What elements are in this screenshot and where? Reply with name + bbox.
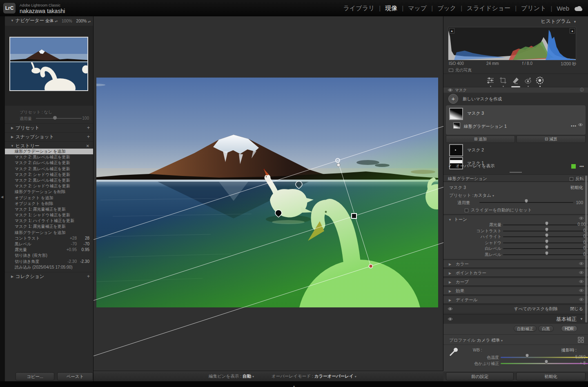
profile-browser-icon[interactable]	[578, 337, 584, 343]
clear-history-icon[interactable]: ✕	[86, 144, 89, 148]
module-tab[interactable]: プリント	[510, 4, 546, 12]
invert-checkbox[interactable]: 反転	[570, 176, 584, 182]
module-tab[interactable]: ブック	[427, 4, 456, 12]
zoom-200-button[interactable]: 200% ▴▾	[76, 19, 91, 23]
eye-icon[interactable]	[579, 289, 584, 292]
module-tab[interactable]: スライドショー	[456, 4, 510, 12]
filmstrip-toggle-bar[interactable]: ▲	[0, 381, 588, 387]
overlay-options-icon[interactable]: •••	[579, 164, 584, 169]
overlay-color-swatch[interactable]	[571, 164, 576, 169]
reset-button[interactable]: 初期化	[516, 372, 586, 380]
add-preset-icon[interactable]: +	[87, 125, 90, 131]
temp-slider[interactable]	[501, 357, 588, 358]
more-options-icon[interactable]: •••	[571, 123, 577, 128]
collapsed-section-header[interactable]: ▶ カーブ	[443, 278, 588, 286]
tone-section-header[interactable]: ▼トーン	[448, 217, 467, 222]
mask3-group-selected[interactable]: マスク 3 線形グラデーション 1 •••	[446, 105, 586, 135]
crop-tool[interactable]	[499, 76, 508, 85]
left-panel-gutter[interactable]: ◀	[0, 16, 5, 381]
history-item[interactable]: マスク 2: シャドウ補正を更新	[5, 183, 93, 189]
eye-icon[interactable]	[579, 280, 584, 283]
collapsed-section-header[interactable]: ▶ ディテール	[443, 296, 588, 304]
history-item[interactable]: マスク 2: 黒レベル補正を更新	[5, 178, 93, 183]
healing-tool[interactable]	[511, 76, 520, 85]
eye-icon[interactable]	[448, 88, 453, 92]
auto-tone-button[interactable]: 自動補正	[514, 325, 537, 332]
collapsed-section-header[interactable]: ▶ カラー	[443, 260, 588, 268]
right-panel-scrollbar[interactable]	[585, 176, 587, 322]
eye-icon[interactable]	[448, 317, 453, 321]
create-mask-row[interactable]: + 新しいマスクを作成	[443, 93, 588, 105]
tint-slider[interactable]	[501, 363, 588, 364]
mask-panel-header[interactable]: マスク ⓘ	[443, 87, 588, 93]
mask-subtract-button[interactable]: ⊟ 減算	[517, 136, 586, 143]
show-overlay-row[interactable]: ✓ オーバーレイを表示 •••	[448, 163, 583, 170]
red-eye-tool[interactable]	[523, 76, 532, 85]
history-item[interactable]: 線形グラデーション を追加	[5, 230, 93, 236]
history-item[interactable]: 切り抜き角度 -2.30 -2.30	[5, 259, 93, 265]
module-tab[interactable]: 現像	[374, 4, 397, 12]
close-masks-button[interactable]: 閉じる	[570, 306, 583, 312]
paste-button[interactable]: ペースト	[57, 372, 93, 380]
profile-value-dropdown[interactable]: カメラ 標準 ▾	[477, 338, 503, 343]
zoom-fit-button[interactable]: 全体 ▴▾	[45, 18, 58, 24]
history-item[interactable]: 黒レベル -70 -70	[5, 241, 93, 247]
preset-value-dropdown[interactable]: カスタム ▾	[474, 193, 494, 198]
navigator-preview-image[interactable]	[9, 37, 88, 91]
tint-value[interactable]: + 8	[580, 361, 586, 365]
delete-all-masks-button[interactable]: すべてのマスクを削除	[514, 306, 558, 312]
history-item[interactable]: マスク 2: シャドウ補正を更新	[5, 172, 93, 178]
highlight-clipping-indicator[interactable]: ▲	[570, 28, 575, 33]
add-collection-icon[interactable]: +	[87, 274, 90, 279]
amount-slider-thumb[interactable]	[53, 116, 57, 120]
mask-add-button[interactable]: ⊞ 追加	[446, 136, 515, 143]
basic-panel-header[interactable]: 基本補正 ▼	[443, 314, 588, 323]
histogram-panel-header[interactable]: ヒストグラム▼	[541, 18, 577, 25]
eye-icon[interactable]	[578, 123, 583, 127]
zoom-100-button[interactable]: 100%	[62, 19, 72, 23]
mask2-row[interactable]: マスク 2	[446, 144, 586, 157]
panel-drag-handle[interactable]	[511, 86, 520, 87]
edit-sliders-tool[interactable]	[486, 76, 495, 85]
photo-canvas[interactable]	[94, 16, 444, 371]
history-item[interactable]: オブジェクト を削除	[5, 201, 93, 207]
auto-reset-checkbox[interactable]: スライダーを自動的にリセット	[465, 207, 532, 213]
history-item[interactable]: マスク 2: 黒レベル補正を更新	[5, 166, 93, 172]
wb-eyedropper-icon[interactable]	[448, 347, 459, 357]
mask3-thumbnail[interactable]	[449, 108, 463, 120]
overlay-mode-control[interactable]: オーバーレイモード : カラーオーバーレイ ▾	[272, 374, 356, 379]
history-item[interactable]: コントラスト +28 28	[5, 236, 93, 241]
mask2-thumbnail[interactable]	[449, 144, 463, 156]
history-item[interactable]: マスク 2: 白レベル補正を更新	[5, 160, 93, 166]
temp-value[interactable]: 5,050	[575, 355, 586, 359]
history-item[interactable]: 線形グラデーション を削除	[5, 189, 93, 195]
create-mask-icon[interactable]: +	[448, 94, 458, 104]
history-item[interactable]: マスク 1: 露光量補正を更新	[5, 207, 93, 212]
histogram[interactable]: ▲ ▲	[448, 27, 576, 60]
panel-resize-handle[interactable]	[510, 172, 522, 173]
previous-settings-button[interactable]: 前の設定	[446, 372, 514, 380]
history-item[interactable]: オブジェクト を追加	[5, 195, 93, 201]
show-original-toggle[interactable]: 元の写真	[449, 67, 472, 73]
eye-icon[interactable]	[579, 216, 584, 220]
hdr-button[interactable]: HDR	[561, 325, 577, 332]
linear-gradient1-label[interactable]: 線形グラデーション 1	[464, 124, 507, 129]
collapsed-section-header[interactable]: ▶ ポイントカラー	[443, 269, 588, 277]
eye-icon[interactable]	[448, 307, 453, 311]
amount-slider[interactable]	[36, 118, 82, 119]
history-item[interactable]: 切り抜き (長方形)	[5, 253, 93, 258]
presets-panel-header[interactable]: ▶ プリセット +	[5, 123, 93, 132]
black-white-button[interactable]: 白黒	[538, 325, 554, 332]
linear-gradient1-thumbnail[interactable]	[453, 122, 460, 129]
wb-value-dropdown[interactable]: 撮影時 :	[561, 347, 577, 353]
add-snapshot-icon[interactable]: +	[87, 134, 90, 140]
eye-icon[interactable]	[579, 262, 584, 265]
module-tab[interactable]: ライブラリ	[343, 4, 375, 12]
history-item[interactable]: 線形グラデーション を追加	[5, 149, 93, 154]
history-item[interactable]: 読み込み (2025/04/15 17:05:00)	[5, 265, 93, 270]
collections-panel-header[interactable]: ▶ コレクション +	[5, 272, 93, 280]
checkbox-checked-icon[interactable]: ✓	[448, 163, 452, 168]
reset-mask-button[interactable]: 初期化	[570, 185, 584, 191]
eye-icon[interactable]	[579, 298, 584, 301]
history-item[interactable]: 露光量 +0.95 0.95	[5, 247, 93, 253]
